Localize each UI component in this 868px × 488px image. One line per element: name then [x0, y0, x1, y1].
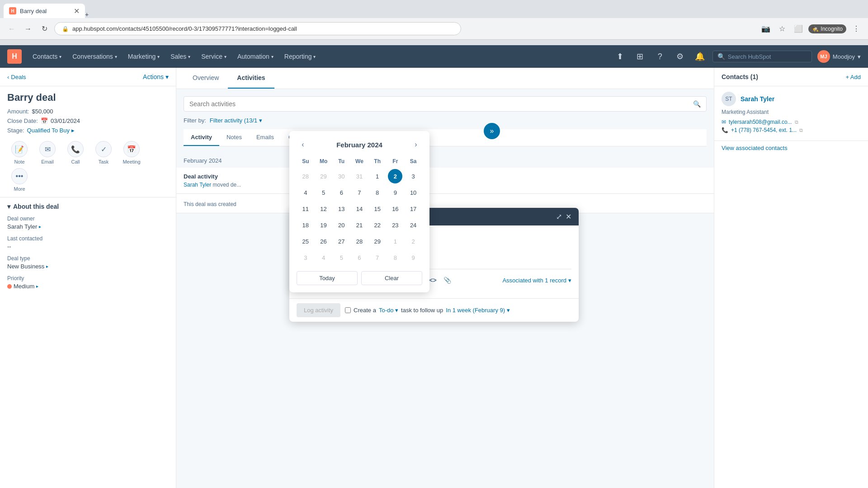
calendar-day[interactable]: 10 — [406, 185, 420, 200]
calendar-day[interactable]: 8 — [388, 250, 402, 265]
copy-icon[interactable]: ⧉ — [799, 127, 803, 133]
calendar-day[interactable]: 25 — [298, 234, 313, 249]
calendar-day[interactable]: 29 — [370, 234, 385, 249]
back-btn[interactable]: ← — [5, 23, 18, 35]
clear-btn[interactable]: Clear — [361, 271, 422, 285]
calendar-day[interactable]: 15 — [370, 202, 385, 216]
calendar-day[interactable]: 5 — [334, 250, 349, 265]
breadcrumb[interactable]: ‹ Deals — [7, 74, 26, 80]
associated-record-link[interactable]: Associated with 1 record ▾ — [502, 277, 571, 284]
menu-btn[interactable]: ⋮ — [850, 23, 863, 35]
calendar-day[interactable]: 5 — [316, 185, 331, 200]
marketplace-btn[interactable]: ⊞ — [633, 49, 647, 64]
deal-type-value[interactable]: New Business ▸ — [7, 263, 169, 270]
address-bar[interactable]: 🔒 app.hubspot.com/contacts/45105500/reco… — [54, 22, 461, 35]
nav-sales[interactable]: Sales ▾ — [165, 45, 196, 68]
calendar-day[interactable]: 28 — [352, 234, 367, 249]
email-action-btn[interactable]: ✉ Email — [35, 141, 60, 164]
camera-btn[interactable]: 📷 — [760, 23, 772, 35]
tab-activities[interactable]: Activities — [228, 68, 274, 89]
follow-up-date-dropdown[interactable]: In 1 week (February 9) ▾ — [446, 307, 509, 314]
calendar-day[interactable]: 30 — [334, 169, 349, 183]
calendar-day[interactable]: 2 — [406, 234, 420, 249]
search-hubspot-input[interactable] — [728, 53, 796, 60]
help-btn[interactable]: ? — [653, 49, 667, 64]
calendar-day[interactable]: 12 — [316, 202, 331, 216]
close-icon[interactable]: ✕ — [566, 212, 571, 221]
tab-notes[interactable]: Notes — [219, 129, 249, 146]
calendar-day[interactable]: 4 — [298, 185, 313, 200]
calendar-day[interactable]: 3 — [298, 250, 313, 265]
actions-button[interactable]: Actions ▾ — [143, 73, 169, 80]
calendar-day[interactable]: 13 — [334, 202, 349, 216]
search-hubspot[interactable]: 🔍 — [712, 51, 812, 62]
more-action-btn[interactable]: ••• More — [7, 168, 32, 192]
nav-service[interactable]: Service ▾ — [196, 45, 232, 68]
tab-overview[interactable]: Overview — [184, 68, 228, 89]
calendar-day[interactable]: 16 — [388, 202, 402, 216]
prev-month-btn[interactable]: ‹ — [297, 138, 309, 151]
calendar-day[interactable]: 31 — [352, 169, 367, 183]
view-associated-contacts-link[interactable]: View associated contacts — [722, 145, 861, 151]
nav-automation[interactable]: Automation ▾ — [232, 45, 279, 68]
calendar-day[interactable]: 7 — [352, 185, 367, 200]
nav-reporting[interactable]: Reporting ▾ — [279, 45, 321, 68]
copy-icon[interactable]: ⧉ — [795, 119, 798, 125]
calendar-day[interactable]: 1 — [370, 169, 385, 183]
calendar-day[interactable]: 23 — [388, 218, 402, 232]
calendar-day[interactable]: 20 — [334, 218, 349, 232]
add-contact-btn[interactable]: + Add — [845, 74, 861, 80]
calendar-day[interactable]: 4 — [316, 250, 331, 265]
call-action-btn[interactable]: 📞 Call — [63, 141, 88, 164]
contact-email[interactable]: ✉ tylersarah508@gmail.co... ⧉ — [722, 119, 861, 125]
settings-btn[interactable]: ⚙ — [673, 49, 687, 64]
search-activities[interactable]: 🔍 — [184, 96, 707, 112]
new-tab-btn[interactable]: + — [85, 11, 89, 18]
nav-conversations[interactable]: Conversations ▾ — [67, 45, 123, 68]
tab-close-btn[interactable]: ✕ — [74, 7, 80, 15]
upgrade-btn[interactable]: ⬆ — [613, 49, 627, 64]
calendar-day[interactable]: 29 — [316, 169, 331, 183]
notifications-btn[interactable]: 🔔 — [693, 49, 707, 64]
follow-up-checkbox[interactable] — [345, 307, 351, 313]
refresh-btn[interactable]: ↻ — [38, 23, 51, 35]
deal-owner-value[interactable]: Sarah Tyler ▸ — [7, 223, 169, 230]
activity-actor[interactable]: Sarah Tyler — [184, 182, 211, 188]
calendar-day[interactable]: 27 — [334, 234, 349, 249]
calendar-day[interactable]: 8 — [370, 185, 385, 200]
user-menu[interactable]: MJ Moodjoy ▾ — [817, 50, 861, 63]
calendar-day[interactable]: 11 — [298, 202, 313, 216]
meeting-action-btn[interactable]: 📅 Meeting — [119, 141, 144, 164]
today-btn[interactable]: Today — [297, 271, 358, 285]
nav-contacts[interactable]: Contacts ▾ — [27, 45, 67, 68]
calendar-day[interactable]: 6 — [352, 250, 367, 265]
todo-type-dropdown[interactable]: To-do ▾ — [379, 307, 398, 314]
calendar-day[interactable]: 19 — [316, 218, 331, 232]
filter-link[interactable]: Filter activity (13/1 ▾ — [210, 117, 262, 124]
note-action-btn[interactable]: 📝 Note — [7, 141, 32, 164]
about-header[interactable]: ▾ About this deal — [7, 203, 169, 210]
calendar-day[interactable]: 6 — [334, 185, 349, 200]
calendar-day[interactable]: 26 — [316, 234, 331, 249]
stage-value[interactable]: Qualified To Buy ▸ — [27, 127, 75, 134]
extensions-btn[interactable]: ⬜ — [792, 23, 805, 35]
calendar-day[interactable]: 14 — [352, 202, 367, 216]
contact-phone[interactable]: 📞 +1 (778) 767-5454, ext. 1... ⧉ — [722, 127, 861, 133]
task-action-btn[interactable]: ✓ Task — [91, 141, 116, 164]
nav-marketing[interactable]: Marketing ▾ — [123, 45, 165, 68]
calendar-day[interactable]: 1 — [388, 234, 402, 249]
calendar-day[interactable]: 24 — [406, 218, 420, 232]
tab-emails[interactable]: Emails — [249, 129, 281, 146]
calendar-day[interactable]: 28 — [298, 169, 313, 183]
active-tab[interactable]: H Barry deal ✕ — [4, 4, 85, 18]
calendar-popup[interactable]: ‹ February 2024 › Su Mo Tu We Th Fr Sa 2… — [289, 131, 429, 292]
search-activities-input[interactable] — [189, 100, 689, 108]
priority-value[interactable]: Medium ▸ — [7, 283, 169, 290]
calendar-day[interactable]: 9 — [388, 185, 402, 200]
log-activity-btn[interactable]: Log activity — [297, 303, 340, 317]
calendar-day[interactable]: 3 — [406, 169, 420, 183]
calendar-day[interactable]: 17 — [406, 202, 420, 216]
next-month-btn[interactable]: › — [410, 138, 422, 151]
contact-name[interactable]: Sarah Tyler — [741, 95, 774, 103]
attachment-btn[interactable]: 📎 — [441, 274, 454, 286]
